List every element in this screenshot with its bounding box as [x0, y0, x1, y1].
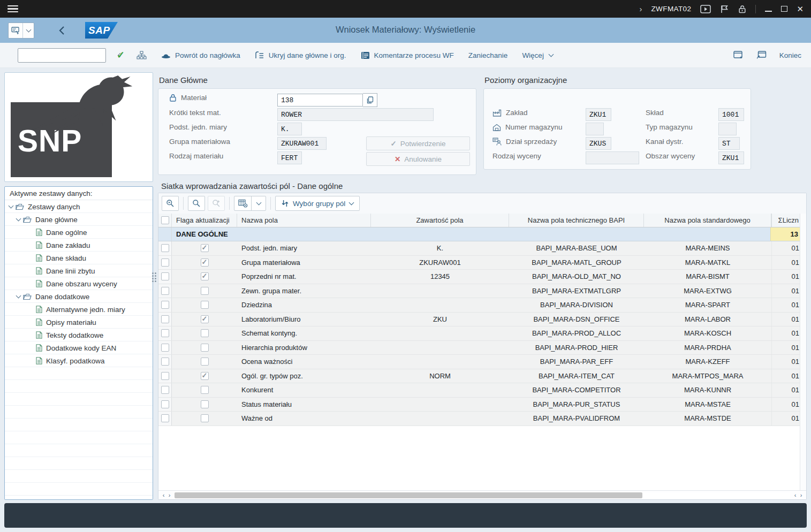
col-bapi-name[interactable]: Nazwa pola technicznego BAPI: [509, 214, 644, 227]
maximize-icon[interactable]: [781, 6, 787, 12]
wf-comments-button[interactable]: Komentarze procesu WF: [361, 51, 454, 59]
row-select-checkbox[interactable]: [161, 414, 169, 422]
tree-item-dane-glowne[interactable]: Dane główne: [5, 213, 153, 226]
scroll-right-icon[interactable]: ›: [798, 492, 804, 498]
update-flag-checkbox[interactable]: [201, 301, 209, 309]
field-content-cell[interactable]: [371, 412, 509, 425]
back-icon[interactable]: [59, 26, 65, 35]
tree-item-dodatkowe-kody-ean[interactable]: Dodatkowe kody EAN: [5, 341, 153, 354]
update-flag-checkbox[interactable]: [201, 272, 209, 280]
col-update-flag[interactable]: Flaga aktualizacji: [172, 214, 237, 227]
scroll-right-icon[interactable]: ›: [166, 492, 172, 498]
warehouse-number-field[interactable]: [586, 123, 604, 135]
tree-item-dane-linii-zbytu[interactable]: Dane linii zbytu: [5, 264, 153, 277]
tree-item-dane-dodatkowe[interactable]: Dane dodatkowe: [5, 290, 153, 303]
tree-item-zestawy-danych[interactable]: Zestawy danych: [5, 200, 153, 213]
row-select-checkbox[interactable]: [161, 272, 169, 280]
inspect-icon[interactable]: [162, 196, 179, 211]
chevron-down-icon[interactable]: [16, 216, 21, 222]
update-flag-checkbox[interactable]: [201, 414, 209, 422]
back-to-header-button[interactable]: Powrót do nagłówka: [161, 51, 240, 59]
row-select-checkbox[interactable]: [161, 400, 169, 408]
row-select-checkbox[interactable]: [161, 287, 169, 295]
command-combobox[interactable]: [18, 48, 106, 63]
group-row-dane-ogolne[interactable]: DANE OGÓLNE 13: [158, 227, 800, 241]
copy-icon[interactable]: [363, 93, 377, 107]
field-content-cell[interactable]: ZKU: [371, 313, 509, 326]
layout-dropdown-icon[interactable]: [251, 196, 266, 210]
abandon-button[interactable]: Zaniechanie: [468, 51, 508, 59]
table-row-zewn-grupa-mater[interactable]: Zewn. grupa mater.BAPI_MARA-EXTMATLGRPMA…: [158, 284, 800, 299]
panel-splitter[interactable]: [151, 267, 156, 288]
update-flag-checkbox[interactable]: [201, 287, 209, 295]
update-flag-checkbox[interactable]: [201, 386, 209, 394]
table-row-wazne-od[interactable]: Ważne odBAPI_MARA-PVALIDFROMMARA-MSTDE01: [158, 412, 800, 426]
field-group-button[interactable]: Wybór grupy pól: [275, 196, 360, 211]
tree-item-dane-skladu[interactable]: Dane składu: [5, 252, 153, 264]
field-content-cell[interactable]: NORM: [371, 369, 509, 383]
update-flag-checkbox[interactable]: [201, 344, 209, 352]
table-row-laboratorium-biuro[interactable]: Laboratorium/BiuroZKUBAPI_MARA-DSN_OFFIC…: [158, 313, 800, 327]
update-flag-checkbox[interactable]: [201, 329, 209, 337]
table-row-dziedzina[interactable]: DziedzinaBAPI_MARA-DIVISIONMARA-SPART01: [158, 298, 800, 313]
row-select-checkbox[interactable]: [161, 372, 169, 380]
material-group-field[interactable]: ZKURAW001: [277, 137, 327, 150]
horizontal-scrollbar[interactable]: ‹ › ‹ ›: [158, 490, 806, 499]
close-icon[interactable]: ✕: [797, 5, 804, 13]
field-content-cell[interactable]: [371, 383, 509, 397]
row-select-checkbox[interactable]: [161, 301, 169, 309]
chevron-down-icon[interactable]: [9, 203, 14, 209]
menu-icon[interactable]: [7, 5, 18, 13]
field-content-cell[interactable]: [371, 284, 509, 298]
row-select-checkbox[interactable]: [161, 344, 169, 352]
distr-channel-field[interactable]: ST: [718, 137, 740, 150]
table-row-podst-jedn-miary[interactable]: Podst. jedn. miaryK.BAPI_MARA-BASE_UOMMA…: [158, 241, 800, 256]
table-row-grupa-materialowa[interactable]: Grupa materiałowaZKURAW001BAPI_MARA-MATL…: [158, 256, 800, 270]
short-text-field[interactable]: ROWER: [277, 108, 434, 121]
update-flag-checkbox[interactable]: [201, 358, 209, 366]
field-content-cell[interactable]: [371, 398, 509, 412]
col-counter[interactable]: ΣLiczn: [771, 214, 801, 227]
table-row-status-materialu[interactable]: Status materiałuBAPI_MARA-PUR_STATUSMARA…: [158, 398, 800, 412]
play-icon[interactable]: [700, 5, 711, 13]
valuation-type-field[interactable]: [586, 151, 639, 164]
field-content-cell[interactable]: [371, 355, 509, 369]
field-content-cell[interactable]: [371, 298, 509, 312]
scrollbar-track[interactable]: [175, 492, 790, 498]
new-window-icon[interactable]: [733, 51, 744, 59]
scroll-left-icon[interactable]: ‹: [792, 492, 798, 498]
more-button[interactable]: Więcej: [522, 51, 553, 59]
select-all-checkbox[interactable]: [161, 216, 169, 224]
tree-item-klasyf-podatkowa[interactable]: Klasyf. podatkowa: [5, 354, 153, 367]
tree-item-alternatywne-jedn-miary[interactable]: Alternatywne jedn. miary: [5, 303, 153, 316]
tree-item-dane-obszaru-wyceny[interactable]: Dane obszaru wyceny: [5, 277, 153, 290]
field-content-cell[interactable]: [371, 341, 509, 355]
row-select-checkbox[interactable]: [161, 244, 169, 252]
row-select-checkbox[interactable]: [161, 315, 169, 323]
sales-org-field[interactable]: ZKUS: [586, 137, 611, 150]
row-select-checkbox[interactable]: [161, 259, 169, 267]
end-button[interactable]: Koniec: [779, 51, 801, 59]
material-type-field[interactable]: FERT: [277, 151, 302, 164]
tree-item-dane-zakladu[interactable]: Dane zakładu: [5, 239, 153, 252]
table-row-konkurent[interactable]: KonkurentBAPI_MARA-COMPETITORMARA-KUNNR0…: [158, 383, 800, 398]
table-row-hierarchia-produktow[interactable]: Hierarchia produktówBAPI_MARA-PROD_HIERM…: [158, 341, 800, 355]
field-content-cell[interactable]: 12345: [371, 270, 509, 284]
row-select-checkbox[interactable]: [161, 358, 169, 366]
plant-field[interactable]: ZKU1: [586, 108, 611, 121]
update-flag-checkbox[interactable]: [201, 259, 209, 267]
chevron-down-icon[interactable]: [22, 23, 34, 38]
material-field[interactable]: 138: [277, 94, 363, 107]
gui-options-split-button[interactable]: [8, 22, 34, 39]
search-icon[interactable]: [188, 196, 205, 211]
sitemap-icon[interactable]: [137, 51, 147, 60]
flag-icon[interactable]: [720, 5, 729, 13]
storage-loc-field[interactable]: 1001: [718, 108, 744, 121]
minimize-icon[interactable]: [765, 11, 772, 12]
field-content-cell[interactable]: ZKURAW001: [371, 256, 509, 270]
base-uom-field[interactable]: K.: [277, 123, 302, 135]
col-standard-name[interactable]: Nazwa pola standardowego: [644, 214, 771, 227]
col-field-content[interactable]: Zawartość pola: [371, 214, 509, 227]
tree-item-teksty-dodatkowe[interactable]: Teksty dodatkowe: [5, 329, 153, 341]
field-content-cell[interactable]: [371, 326, 509, 340]
